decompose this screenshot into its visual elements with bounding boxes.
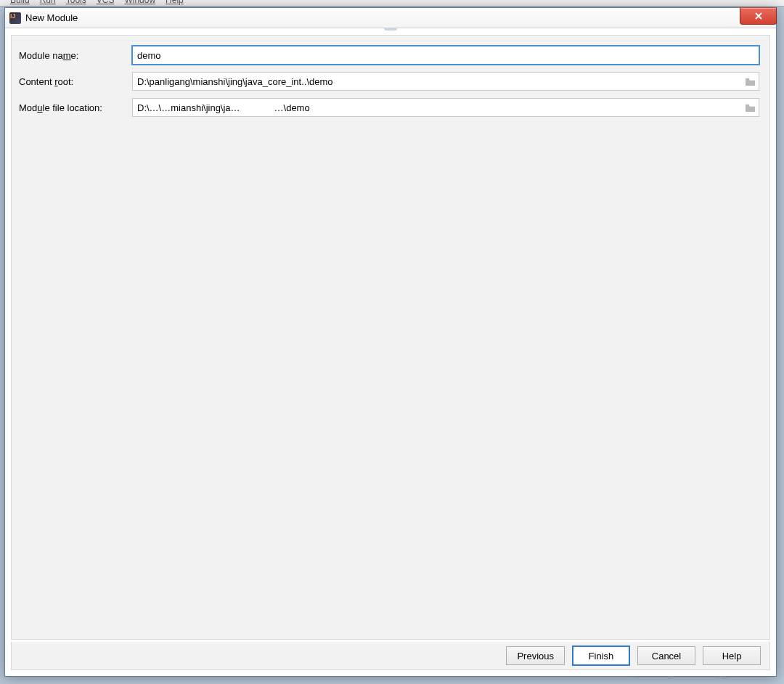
content-root-row: Content root: [19, 72, 759, 91]
close-button[interactable] [740, 7, 777, 25]
previous-button[interactable]: Previous [506, 646, 565, 665]
module-name-input[interactable] [132, 46, 759, 65]
titlebar-grip[interactable] [384, 28, 397, 30]
new-module-dialog: New Module Module name: Content root: [4, 7, 777, 677]
module-file-location-input[interactable] [132, 98, 742, 117]
module-name-row: Module name: [19, 46, 759, 65]
finish-button[interactable]: Finish [572, 646, 630, 666]
module-file-location-row: Module file location: [19, 98, 759, 117]
intellij-icon [9, 12, 21, 24]
module-file-browse-button[interactable] [741, 98, 759, 117]
module-file-location-label: Module file location: [19, 102, 132, 113]
dialog-title: New Module [25, 12, 78, 23]
cancel-button[interactable]: Cancel [637, 646, 695, 665]
folder-icon [745, 77, 756, 86]
content-root-browse-button[interactable] [741, 72, 759, 91]
titlebar[interactable]: New Module [5, 8, 776, 28]
close-icon [754, 12, 763, 20]
dialog-button-bar: Previous Finish Cancel Help [11, 642, 770, 670]
help-button[interactable]: Help [703, 646, 761, 665]
content-root-input[interactable] [132, 72, 742, 91]
parent-menubar: BuildRunToolsVCSWindowHelp [0, 0, 784, 7]
module-name-label: Module name: [19, 50, 132, 61]
folder-icon [745, 103, 756, 113]
form-panel: Module name: Content root: [11, 35, 770, 640]
content-root-label: Content root: [19, 76, 132, 87]
